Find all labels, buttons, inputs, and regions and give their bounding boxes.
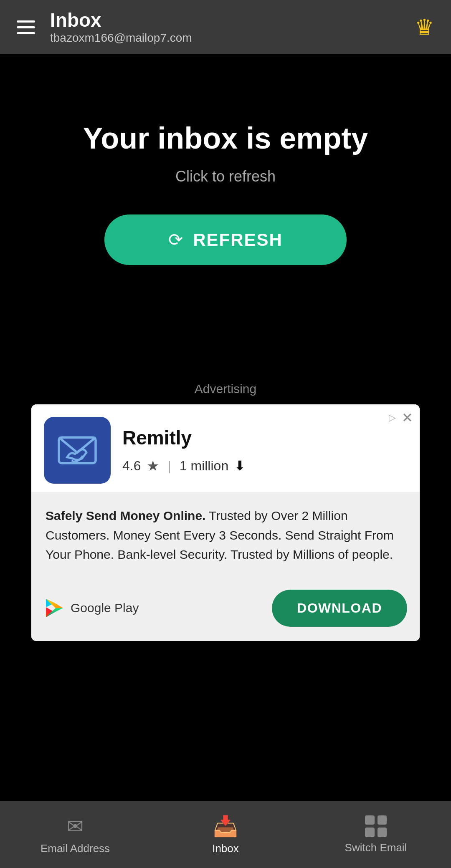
ad-info: Remitly 4.6 ★ | 1 million ⬇ (122, 426, 407, 474)
header: Inbox tbazoxm166@mailop7.com ♛ (0, 0, 451, 54)
header-email: tbazoxm166@mailop7.com (50, 31, 192, 45)
refresh-button-label: REFRESH (193, 230, 283, 250)
crown-icon[interactable]: ♛ (415, 15, 434, 40)
refresh-button[interactable]: ⟳ REFRESH (104, 214, 347, 265)
ad-play-icon: ▷ (389, 412, 396, 423)
nav-item-inbox[interactable]: 📥 Inbox (150, 815, 301, 855)
ad-download-button[interactable]: DOWNLOAD (272, 590, 407, 627)
ad-header: Remitly 4.6 ★ | 1 million ⬇ ▷ ✕ (31, 404, 420, 492)
nav-item-switch-email[interactable]: Switch Email (301, 815, 451, 854)
main-content: Your inbox is empty Click to refresh ⟳ R… (0, 54, 451, 666)
refresh-icon: ⟳ (168, 230, 183, 250)
hamburger-menu-icon[interactable] (17, 20, 35, 34)
ad-close-area: ▷ ✕ (389, 411, 413, 424)
page-title: Inbox (50, 10, 192, 31)
star-icon: ★ (147, 457, 159, 474)
ad-downloads: 1 million (180, 458, 228, 474)
ad-rating-value: 4.6 (122, 458, 141, 474)
ad-body-text: Safely Send Money Online. Trusted by Ove… (46, 506, 405, 565)
bottom-navigation: ✉ Email Address 📥 Inbox Switch Email (0, 801, 451, 868)
ad-container: Remitly 4.6 ★ | 1 million ⬇ ▷ ✕ Safely S… (31, 404, 420, 641)
download-count-icon: ⬇ (234, 458, 246, 474)
ad-label: Advertising (195, 382, 256, 396)
switch-email-grid-icon (365, 815, 387, 837)
nav-item-email-address[interactable]: ✉ Email Address (0, 815, 150, 855)
header-left: Inbox tbazoxm166@mailop7.com (17, 10, 192, 45)
empty-inbox-title: Your inbox is empty (83, 121, 368, 155)
google-play-label: Google Play (71, 601, 139, 615)
ad-logo (44, 417, 111, 484)
nav-label-email-address: Email Address (41, 842, 110, 855)
remitly-logo-svg (54, 427, 100, 473)
ad-footer: Google Play DOWNLOAD (31, 581, 420, 641)
header-title-block: Inbox tbazoxm166@mailop7.com (50, 10, 192, 45)
ad-app-name: Remitly (122, 426, 407, 449)
inbox-icon: 📥 (213, 815, 238, 838)
ad-divider: | (167, 458, 171, 474)
google-play-badge: Google Play (44, 598, 139, 618)
email-address-icon: ✉ (67, 815, 84, 838)
nav-label-inbox: Inbox (212, 842, 239, 855)
ad-close-button[interactable]: ✕ (402, 411, 413, 424)
nav-label-switch-email: Switch Email (345, 841, 407, 854)
ad-download-label: DOWNLOAD (297, 601, 382, 616)
ad-body: Safely Send Money Online. Trusted by Ove… (31, 492, 420, 581)
google-play-icon (44, 598, 65, 618)
ad-headline: Safely Send Money Online. (46, 509, 205, 522)
ad-rating-row: 4.6 ★ | 1 million ⬇ (122, 457, 407, 474)
refresh-hint: Click to refresh (175, 168, 276, 185)
